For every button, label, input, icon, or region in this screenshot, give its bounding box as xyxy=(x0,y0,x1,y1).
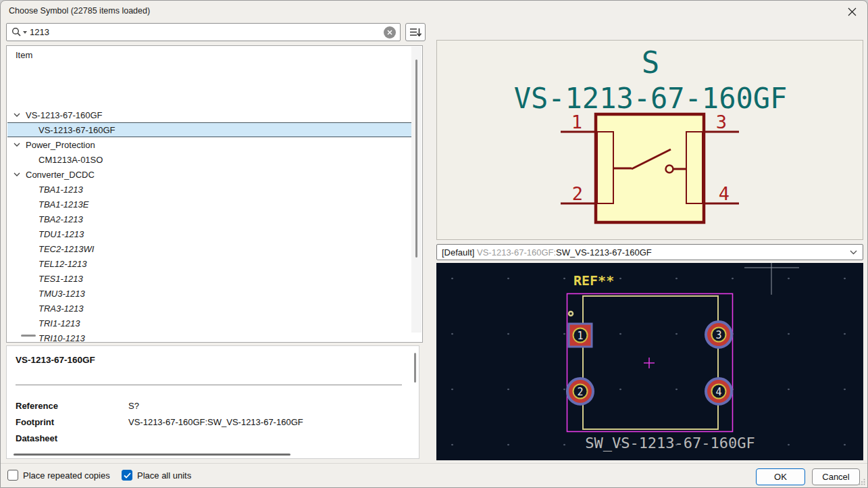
tree-item-selected[interactable]: VS-1213-67-160GF xyxy=(7,122,411,137)
tree-item[interactable]: TRI1-1213 xyxy=(7,316,411,331)
cursor-crosshair xyxy=(744,263,799,295)
field-label: Datasheet xyxy=(16,433,57,443)
anchor-crosshair xyxy=(644,358,655,368)
sort-descending-icon xyxy=(409,27,422,38)
search-options-caret xyxy=(23,31,27,34)
tree-item-label: CM1213A-01SO xyxy=(39,155,103,165)
footprint-name: SW_VS-1213-67-160GF xyxy=(556,247,652,258)
symbol-reference-text: S xyxy=(642,45,660,80)
resize-grip[interactable] xyxy=(859,479,865,485)
divider xyxy=(1,463,867,464)
title-bar[interactable]: Choose Symbol (22785 items loaded) xyxy=(1,1,867,21)
field-value: VS-1213-67-160GF:SW_VS-1213-67-160GF xyxy=(128,417,303,427)
symbol-name-text: VS-1213-67-160GF xyxy=(514,82,788,115)
search-icon[interactable] xyxy=(11,27,27,37)
tree-item[interactable]: TMU3-1213 xyxy=(7,286,411,301)
pad-number: 1 xyxy=(577,330,583,342)
pad-number: 2 xyxy=(577,386,583,398)
details-vertical-scrollbar[interactable] xyxy=(414,353,416,383)
details-row: Reference S? xyxy=(16,401,407,417)
symbol-details-panel: VS-1213-67-160GF Reference S? Footprint … xyxy=(6,345,419,459)
tree-item-label: Power_Protection xyxy=(26,140,95,150)
tree-item[interactable]: TRA3-1213 xyxy=(7,301,411,316)
chevron-down-icon[interactable] xyxy=(14,143,23,147)
footprint-name-text: SW_VS-1213-67-160GF xyxy=(585,435,755,452)
tree-item-label: TRI10-1213 xyxy=(39,333,85,343)
tree-item[interactable]: TBA2-1213 xyxy=(7,212,411,226)
pad-3: 3 xyxy=(706,322,732,347)
tree-vertical-scrollbar[interactable] xyxy=(411,47,422,333)
tree-item[interactable]: TRI10-1213 xyxy=(7,331,411,343)
checkbox-checked-icon[interactable] xyxy=(122,470,132,481)
dialog-title: Choose Symbol (22785 items loaded) xyxy=(9,6,150,16)
footprint-ref-text: REF** xyxy=(573,272,614,289)
field-value: S? xyxy=(128,401,139,411)
scrollbar-thumb[interactable] xyxy=(415,59,417,258)
tree-item-label: Converter_DCDC xyxy=(26,170,95,180)
pin-number: 3 xyxy=(716,112,727,132)
tree-item[interactable]: TBA1-1213E xyxy=(7,197,411,212)
tree-item-label: TRA3-1213 xyxy=(39,303,83,314)
tree-item-label: TDU1-1213 xyxy=(39,229,84,239)
tree-item-label: VS-1213-67-160GF xyxy=(39,125,115,135)
tree-item[interactable]: TBA1-1213 xyxy=(7,182,411,197)
search-value[interactable]: 1213 xyxy=(30,27,384,37)
search-input[interactable]: 1213 xyxy=(6,23,401,41)
tree-item-label: TBA1-1213 xyxy=(39,185,83,195)
pad-number: 4 xyxy=(715,386,721,398)
ok-button[interactable]: OK xyxy=(756,468,805,485)
details-row: Datasheet xyxy=(16,433,407,449)
checkbox-label: Place all units xyxy=(137,470,191,481)
symbol-preview-panel: S VS-1213-67-160GF 1 2 3 4 xyxy=(436,40,863,240)
tree-item[interactable]: TDU1-1213 xyxy=(7,226,411,241)
tree-item[interactable]: TEL12-1213 xyxy=(7,256,411,271)
tree-item-library[interactable]: VS-1213-67-160GF xyxy=(7,107,411,122)
tree-item-library[interactable]: Power_Protection xyxy=(7,137,411,152)
pin-number: 4 xyxy=(719,183,730,204)
tree-item-label: TBA2-1213 xyxy=(39,214,83,224)
pin-number: 2 xyxy=(572,183,583,204)
tree-horizontal-scrollbar[interactable] xyxy=(21,335,36,337)
tree-item-label: TMU3-1213 xyxy=(39,289,85,299)
pin1-indicator-dot xyxy=(569,312,573,316)
checkbox-label: Place repeated copies xyxy=(23,470,110,481)
close-icon[interactable] xyxy=(842,3,862,20)
footprint-preview-panel: REF** 1 2 3 4 xyxy=(436,263,863,460)
tree-item-label: TEL12-1213 xyxy=(39,259,87,269)
pad-1: 1 xyxy=(569,324,592,347)
pad-2: 2 xyxy=(567,379,593,404)
tree-item-label: VS-1213-67-160GF xyxy=(26,110,102,120)
place-repeated-copies-checkbox[interactable]: Place repeated copies xyxy=(7,470,110,481)
footprint-library-name: VS-1213-67-160GF: xyxy=(477,247,556,258)
tree-item[interactable]: TES1-1213 xyxy=(7,271,411,286)
chevron-down-icon xyxy=(850,250,857,255)
tree-item-label: TES1-1213 xyxy=(39,274,83,284)
clear-search-icon[interactable] xyxy=(384,26,396,39)
chevron-down-icon[interactable] xyxy=(14,172,23,176)
choose-symbol-dialog: Choose Symbol (22785 items loaded) 1213 … xyxy=(0,0,868,488)
checkbox-unchecked-icon[interactable] xyxy=(7,470,18,481)
pad-4: 4 xyxy=(706,379,732,404)
chevron-down-icon[interactable] xyxy=(14,113,23,117)
place-all-units-checkbox[interactable]: Place all units xyxy=(122,470,191,481)
tree-item-label: TEC2-1213WI xyxy=(39,244,94,254)
schematic-symbol-drawing xyxy=(561,114,739,222)
details-row: Footprint VS-1213-67-160GF:SW_VS-1213-67… xyxy=(16,417,407,433)
toggle-search-tree-button[interactable] xyxy=(405,23,426,41)
tree-item[interactable]: TEC2-1213WI xyxy=(7,241,411,256)
cancel-button[interactable]: Cancel xyxy=(812,468,860,485)
divider xyxy=(16,385,402,385)
details-title: VS-1213-67-160GF xyxy=(16,355,95,365)
field-label: Reference xyxy=(16,401,58,411)
pin-number: 1 xyxy=(571,112,582,132)
tree-item-library[interactable]: Converter_DCDC xyxy=(7,167,411,182)
tree-item[interactable]: CM1213A-01SO xyxy=(7,152,411,167)
symbol-tree[interactable]: Item VS-1213-67-160GF VS-1213-67-160GF P… xyxy=(6,45,423,343)
tree-item-label: TBA1-1213E xyxy=(39,199,88,210)
footprint-select-dropdown[interactable]: [Default] VS-1213-67-160GF: SW_VS-1213-6… xyxy=(436,244,863,260)
tree-column-header: Item xyxy=(16,50,32,60)
footprint-default-prefix: [Default] xyxy=(442,247,477,258)
tree-item-label: TRI1-1213 xyxy=(39,318,80,328)
field-label: Footprint xyxy=(16,417,54,427)
details-horizontal-scrollbar[interactable] xyxy=(14,454,290,456)
